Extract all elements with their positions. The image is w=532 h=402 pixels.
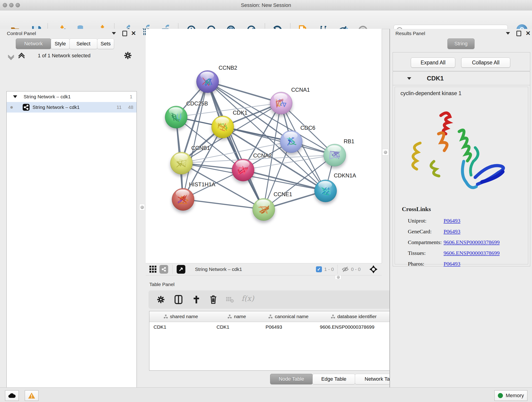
crosslink-row: Compartments:9606.ENSP00000378699 (408, 237, 522, 248)
panel-close-icon[interactable]: ✕ (526, 31, 531, 35)
network-tree: String Network – cdk1 1 String Network –… (6, 91, 137, 402)
title-bar: Session: New Session (0, 0, 532, 11)
network-edge-count: 48 (128, 104, 133, 110)
crosslink-link[interactable]: P06493 (443, 261, 460, 267)
panel-close-icon[interactable]: ✕ (131, 31, 136, 35)
network-canvas[interactable]: CCNB2CCNA1CDC25BCDK1CDC6RB1CCNB1CCNA2CDK… (146, 29, 382, 263)
protein-thumbnail (315, 180, 336, 202)
network-node-ccnb2[interactable] (196, 70, 219, 93)
show-columns-icon[interactable] (174, 295, 183, 304)
string-results-box: CDK1 cyclin-dependent kinase 1 CrossLink… (393, 71, 530, 266)
column-header-label: canonical name (275, 314, 308, 319)
table-cell[interactable]: CDK1 (212, 322, 261, 332)
function-builder-icon: f(x) (241, 294, 254, 303)
tab-select[interactable]: Select (70, 38, 97, 49)
left-splitter-handle[interactable] (139, 204, 145, 211)
divider (337, 265, 338, 274)
crosslink-row: Pharos:P06493 (408, 259, 522, 269)
horizontal-splitter-handle[interactable] (335, 275, 341, 279)
node-label-rb1: RB1 (344, 138, 355, 145)
table-panel-title: Table Panel (149, 282, 175, 287)
table-cell[interactable]: 9606.ENSP00000378699 (316, 322, 392, 332)
column-header-shared-name[interactable]: shared name (149, 311, 213, 322)
collection-count: 1 (130, 94, 133, 99)
crosslink-link[interactable]: 9606.ENSP00000378699 (443, 239, 500, 245)
node-entry-header[interactable]: CDK1 (393, 72, 530, 85)
node-label-ccne1: CCNE1 (273, 191, 292, 198)
selected-counts: 1 - 0 (324, 267, 334, 272)
crosslink-link[interactable]: 9606.ENSP00000378699 (443, 250, 500, 256)
cloud-icon (8, 393, 16, 398)
crosslink-row: GeneCard:P06493 (408, 226, 522, 237)
network-node-count: 11 (117, 104, 122, 110)
column-header-name[interactable]: name (212, 311, 262, 322)
network-node-cdk1[interactable] (211, 116, 234, 138)
crosslink-label: GeneCard: (408, 229, 443, 235)
entry-name: CDK1 (427, 75, 444, 82)
column-header-label: name (234, 314, 246, 319)
expand-all-button[interactable]: Expand All (411, 57, 455, 68)
crosslinks-title: CrossLinks (402, 206, 431, 213)
network-node-cdkn1a[interactable] (314, 180, 337, 202)
network-edge[interactable] (222, 127, 335, 155)
network-edge[interactable] (207, 81, 264, 209)
warnings-button[interactable] (25, 390, 38, 401)
crosslink-label: Compartments: (408, 239, 443, 245)
network-view-mode-icon[interactable] (159, 265, 168, 274)
cloud-button[interactable] (5, 390, 19, 401)
panel-float-icon[interactable] (122, 31, 127, 36)
network-node-cdc6[interactable] (280, 130, 302, 153)
tab-sets[interactable]: Sets (97, 38, 114, 49)
delete-column-icon[interactable] (209, 294, 218, 304)
selected-nodes-checkbox[interactable]: ✓ (316, 266, 322, 272)
main-toolbar: ? (0, 11, 532, 29)
create-column-icon[interactable] (192, 295, 201, 304)
view-network-name: String Network – cdk1 (195, 267, 242, 272)
right-splitter-handle[interactable] (382, 149, 389, 155)
table-options-gear-icon[interactable] (157, 295, 165, 304)
table-cell[interactable]: P06493 (261, 322, 316, 332)
network-edge[interactable] (183, 199, 264, 209)
network-node-ccna1[interactable] (270, 92, 292, 114)
control-panel-title: Control Panel (7, 31, 36, 36)
panel-menu-icon[interactable] (112, 32, 116, 35)
panel-float-icon[interactable] (516, 31, 521, 36)
collapse-all-button[interactable]: Collapse All (461, 57, 510, 68)
tab-network[interactable]: Network (16, 38, 51, 49)
grid-view-icon[interactable] (149, 265, 157, 274)
tab-edge-table[interactable]: Edge Table (312, 374, 355, 384)
panel-menu-icon[interactable] (506, 32, 510, 35)
network-collection-row[interactable]: String Network – cdk1 1 (7, 91, 137, 102)
crosslinks-list: Uniprot:P06493GeneCard:P06493Compartment… (408, 216, 522, 269)
divider (172, 265, 172, 274)
memory-button[interactable]: Memory (494, 390, 527, 401)
column-header-database-identifier[interactable]: database identifier (316, 311, 392, 322)
node-label-ccna2: CCNA2 (253, 153, 272, 159)
collection-expander-icon[interactable] (13, 95, 17, 98)
string-actions-box: Expand All Collapse All (393, 52, 530, 71)
protein-thumbnail (212, 116, 234, 138)
tab-style[interactable]: Style (51, 38, 70, 49)
crosslink-link[interactable]: P06493 (443, 218, 460, 224)
birds-eye-view-icon[interactable] (369, 265, 378, 274)
node-label-ccnb2: CCNB2 (219, 65, 237, 71)
node-label-cdkn1a: CDKN1A (334, 172, 356, 179)
network-options-gear-icon[interactable] (124, 51, 132, 60)
network-node-hist1h1a[interactable] (172, 188, 194, 211)
entry-expander-icon[interactable] (407, 77, 411, 80)
detach-view-icon[interactable] (177, 265, 185, 274)
node-entry-body: cyclin-dependent kinase 1 CrossLinks Uni… (395, 87, 528, 264)
network-status-dot (10, 106, 13, 109)
network-node-ccne1[interactable] (253, 198, 275, 221)
table-tabs: Node TableEdge TableNetwork Table (270, 374, 406, 384)
table-cell[interactable]: CDK1 (149, 322, 212, 332)
column-header-canonical-name[interactable]: canonical name (261, 311, 316, 322)
network-row[interactable]: String Network – cdk1 11 48 (7, 102, 137, 113)
tab-node-table[interactable]: Node Table (270, 374, 313, 384)
network-node-rb1[interactable] (323, 144, 346, 166)
tab-string[interactable]: String (447, 38, 475, 49)
network-node-ccna2[interactable] (232, 159, 254, 181)
crosslink-link[interactable]: P06493 (443, 229, 460, 235)
network-node-cdc25b[interactable] (165, 106, 187, 128)
network-node-ccnb1[interactable] (170, 152, 193, 174)
